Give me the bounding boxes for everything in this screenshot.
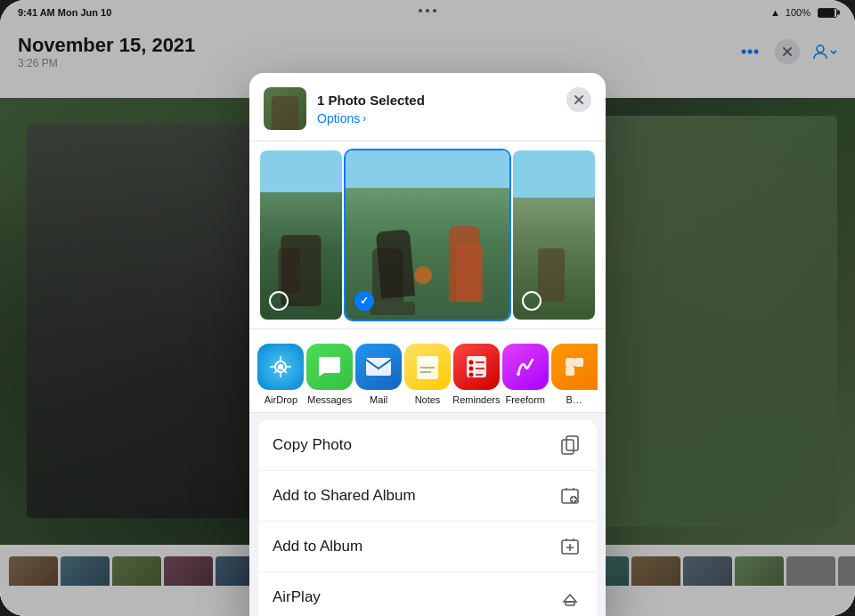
svg-point-18 [468,373,473,377]
add-album-icon [558,534,582,559]
copy-photo-icon [558,433,582,458]
add-album-action[interactable]: Add to Album [258,522,597,572]
messages-icon [306,344,353,390]
reminders-app-item[interactable]: Reminders [452,344,501,405]
airplay-label: AirPlay [273,588,321,606]
share-close-button[interactable] [566,87,591,112]
share-title: 1 Photo Selected [317,93,425,108]
options-chevron: › [362,112,366,125]
svg-point-17 [468,367,473,371]
freeform-label: Freeform [501,394,550,405]
airdrop-app-item[interactable]: AirDrop [256,344,305,405]
action-list: Copy Photo Add to Shared Album [258,420,597,616]
airdrop-icon [257,344,304,390]
notes-icon [404,344,451,390]
share-header-left: 1 Photo Selected Options › [264,87,425,130]
mail-icon [355,344,402,390]
copy-photo-label: Copy Photo [273,436,352,454]
add-shared-album-label: Add to Shared Album [273,487,416,505]
svg-rect-23 [566,358,574,367]
svg-rect-24 [574,358,583,367]
ipad-frame: 9:41 AM Mon Jun 10 ▲ 100% November 15, 2… [0,0,855,616]
svg-rect-27 [562,440,574,454]
freeform-icon [502,344,549,390]
share-photo-item-left[interactable] [260,150,342,320]
share-header-text: 1 Photo Selected Options › [317,93,425,126]
svg-rect-12 [417,356,438,363]
copy-photo-action[interactable]: Copy Photo [258,420,597,471]
selection-circle-right[interactable] [522,291,542,311]
airplay-action[interactable]: AirPlay [258,572,597,616]
more-app-label: B… [550,394,598,405]
share-sheet: 1 Photo Selected Options › [249,73,606,616]
app-icons-row: AirDrop Messages Mail [249,329,606,413]
selection-circle-left[interactable] [269,291,289,311]
more-app-icon [551,344,598,390]
freeform-app-item[interactable]: Freeform [501,344,550,405]
add-shared-album-action[interactable]: Add to Shared Album [258,471,597,522]
share-photos-strip [249,142,606,329]
reminders-label: Reminders [452,394,501,405]
options-button[interactable]: Options › [317,111,425,126]
airdrop-label: AirDrop [256,394,305,405]
messages-label: Messages [305,394,354,405]
more-app-item[interactable]: B… [550,344,598,405]
reminders-icon [453,344,500,390]
airplay-icon [558,585,582,610]
notes-label: Notes [403,394,452,405]
svg-rect-25 [566,367,574,376]
options-label: Options [317,111,360,126]
share-photo-item-center[interactable] [346,150,509,320]
svg-rect-26 [566,436,578,450]
messages-app-item[interactable]: Messages [305,344,354,405]
svg-rect-10 [366,358,391,376]
selection-circle-center[interactable] [354,291,374,311]
notes-app-item[interactable]: Notes [403,344,452,405]
share-sheet-header: 1 Photo Selected Options › [249,73,606,142]
share-photo-thumbnail [264,87,306,130]
add-album-label: Add to Album [273,538,362,555]
svg-point-22 [517,372,520,376]
svg-rect-35 [566,602,574,605]
svg-point-16 [468,361,473,365]
share-photo-item-right[interactable] [513,150,595,320]
mail-app-item[interactable]: Mail [354,344,403,405]
mail-label: Mail [354,394,403,405]
add-shared-album-icon [558,483,582,508]
